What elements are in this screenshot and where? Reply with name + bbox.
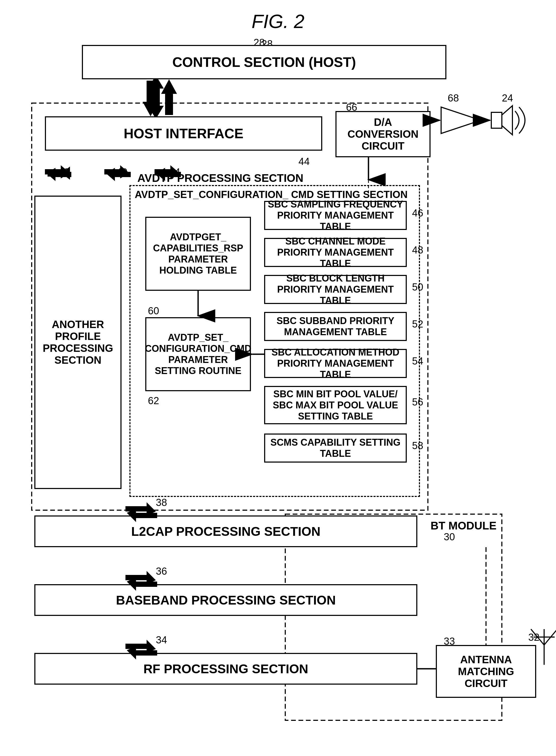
sbc-subband-box: SBC SUBBAND PRIORITY MANAGEMENT TABLE xyxy=(264,312,407,341)
avdtp-set-param-box: AVDTP_SET_ CONFIGURATION_CMD PARAMETER S… xyxy=(145,317,251,391)
figure-title: FIG. 2 xyxy=(251,10,304,32)
svg-marker-36 xyxy=(126,571,156,584)
sbc-minmax-box: SBC MIN BIT POOL VALUE/ SBC MAX BIT POOL… xyxy=(264,386,407,424)
label-68: 68 xyxy=(448,93,459,104)
l2cap-box: L2CAP PROCESSING SECTION xyxy=(34,516,417,547)
label-34: 34 xyxy=(156,634,167,646)
host-interface-box: HOST INTERFACE xyxy=(45,116,322,151)
avdtpget-capabilities-box: AVDTPGET_ CAPABILITIES_RSP PARAMETER HOL… xyxy=(145,217,251,291)
label-36: 36 xyxy=(156,566,167,577)
avdtp-processing-label: AVDTP PROCESSING SECTION xyxy=(137,172,304,185)
label-33: 33 xyxy=(444,636,455,647)
arrow-control-host xyxy=(148,75,164,119)
label-56: 56 xyxy=(412,396,423,408)
speaker-symbol xyxy=(489,100,536,140)
label-62: 62 xyxy=(148,395,159,406)
amplifier-symbol xyxy=(439,104,486,136)
label-42: 42 xyxy=(58,167,69,178)
label-40: 40 xyxy=(116,167,127,178)
svg-marker-23 xyxy=(143,80,159,116)
svg-rect-11 xyxy=(491,112,502,128)
svg-marker-22 xyxy=(161,79,177,115)
svg-marker-5 xyxy=(148,93,164,119)
sbc-sampling-box: SBC SAMPLING FREQUENCY PRIORITY MANAGEME… xyxy=(264,201,407,230)
label-48: 48 xyxy=(412,244,423,256)
svg-marker-34 xyxy=(126,502,156,516)
label-52: 52 xyxy=(412,319,423,330)
svg-marker-38 xyxy=(126,640,156,653)
label-30: 30 xyxy=(444,531,455,543)
label-38: 38 xyxy=(156,497,167,508)
control-section-box: CONTROL SECTION (HOST) xyxy=(82,45,446,79)
antenna-matching-box: ANTENNA MATCHING CIRCUIT xyxy=(436,645,536,698)
label-50: 50 xyxy=(412,282,423,293)
label-64: 64 xyxy=(169,167,180,178)
label-44: 44 xyxy=(299,156,310,167)
sbc-allocation-box: SBC ALLOCATION METHOD PRIORITY MANAGEMEN… xyxy=(264,349,407,378)
svg-marker-12 xyxy=(502,106,513,135)
bt-module-label: BT MODULE xyxy=(430,519,496,532)
sbc-block-box: SBC BLOCK LENGTH PRIORITY MANAGEMENT TAB… xyxy=(264,275,407,304)
another-profile-box: ANOTHER PROFILE PROCESSING SECTION xyxy=(34,196,121,489)
label-54: 54 xyxy=(412,356,423,367)
diagram-container: FIG. 2 xyxy=(0,0,556,756)
antenna-symbol xyxy=(528,624,556,666)
scms-capability-box: SCMS CAPABILITY SETTING TABLE xyxy=(264,433,407,463)
label-46: 46 xyxy=(412,207,423,219)
label-66: 66 xyxy=(346,102,357,113)
label-58: 58 xyxy=(412,440,423,452)
da-conversion-box: D/A CONVERSION CIRCUIT xyxy=(336,111,430,157)
svg-marker-4 xyxy=(148,75,164,102)
svg-marker-10 xyxy=(441,107,481,133)
sbc-channel-box: SBC CHANNEL MODE PRIORITY MANAGEMENT TAB… xyxy=(264,238,407,267)
baseband-box: BASEBAND PROCESSING SECTION xyxy=(34,584,417,616)
label-60: 60 xyxy=(148,305,159,317)
rf-processing-box: RF PROCESSING SECTION xyxy=(34,653,417,685)
label-28b: 28 xyxy=(253,37,265,48)
